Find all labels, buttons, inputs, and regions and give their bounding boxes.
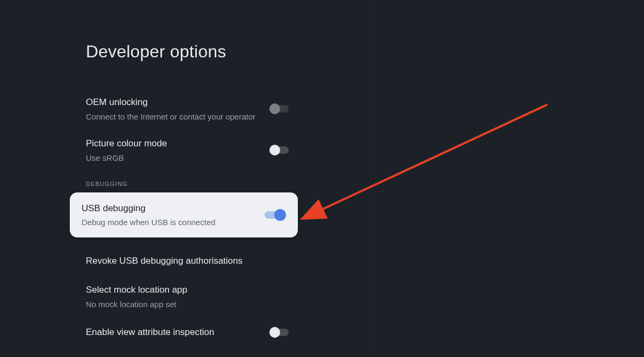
toggle-thumb [269,327,280,338]
setting-text: USB debugging Debug mode when USB is con… [82,202,265,228]
settings-panel: Developer options OEM unlocking Connect … [0,0,301,347]
toggle-thumb [269,145,280,155]
setting-revoke-usb-auth[interactable]: Revoke USB debugging authorisations [86,246,301,276]
toggle-usb-debugging[interactable] [265,209,286,221]
setting-mock-location[interactable]: Select mock location app No mock locatio… [86,276,301,317]
toggle-oem-unlocking[interactable] [269,103,291,115]
setting-title: Revoke USB debugging authorisations [86,255,290,267]
setting-subtitle: No mock location app set [86,299,290,310]
setting-text: Picture colour mode Use sRGB [86,137,269,163]
setting-title: Enable view attribute inspection [86,326,259,339]
toggle-picture-colour-mode[interactable] [269,144,291,156]
setting-oem-unlocking[interactable]: OEM unlocking Connect to the Internet or… [86,88,301,130]
setting-subtitle: Use sRGB [86,152,259,163]
page-title: Developer options [86,42,301,62]
setting-usb-debugging[interactable]: USB debugging Debug mode when USB is con… [70,192,298,238]
setting-text: OEM unlocking Connect to the Internet or… [86,96,269,122]
setting-title: USB debugging [82,202,254,215]
toggle-view-attribute-inspection[interactable] [269,326,291,338]
setting-title: Select mock location app [86,284,290,296]
setting-text: Select mock location app No mock locatio… [86,284,301,310]
panel-divider [370,0,371,357]
setting-text: Enable view attribute inspection [86,326,269,339]
spacer [86,241,301,246]
section-header-debugging: DEBUGGING [86,181,301,187]
svg-line-1 [319,105,547,211]
setting-title: Picture colour mode [86,137,259,150]
setting-text: Revoke USB debugging authorisations [86,255,301,267]
toggle-thumb [274,209,286,221]
setting-title: OEM unlocking [86,96,259,109]
toggle-thumb [269,103,280,114]
setting-subtitle: Debug mode when USB is connected [82,217,254,228]
setting-subtitle: Connect to the Internet or contact your … [86,111,259,122]
setting-picture-colour-mode[interactable]: Picture colour mode Use sRGB [86,130,301,171]
setting-view-attribute-inspection[interactable]: Enable view attribute inspection [86,317,301,347]
